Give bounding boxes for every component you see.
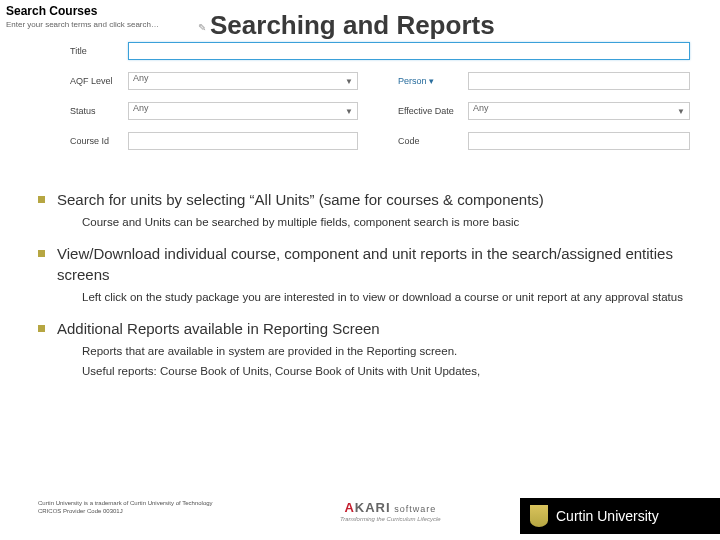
search-courses-title: Search Courses [6, 4, 206, 18]
status-value: Any [133, 103, 149, 113]
akari-logo: AKARI software Transforming the Curricul… [340, 500, 441, 522]
bullet-item: View/Download individual course, compone… [38, 244, 686, 305]
code-input[interactable] [468, 132, 690, 150]
akari-tagline: Transforming the Curriculum Lifecycle [340, 516, 441, 522]
status-label: Status [70, 106, 128, 116]
bullet-main-text: Search for units by selecting “All Units… [57, 190, 544, 210]
title-input[interactable] [128, 42, 690, 60]
search-form: Title AQF Level Any ▼ Person ▾ Status An… [70, 42, 690, 162]
bullet-sub-text: Left click on the study package you are … [82, 289, 686, 305]
bullet-icon [38, 250, 45, 257]
title-label: Title [70, 46, 128, 56]
aqf-label: AQF Level [70, 76, 128, 86]
chevron-down-icon: ▼ [345, 77, 353, 86]
pencil-icon: ✎ [198, 22, 206, 33]
bullet-main-text: Additional Reports available in Reportin… [57, 319, 380, 339]
bullet-icon [38, 325, 45, 332]
content-bullets: Search for units by selecting “All Units… [38, 190, 686, 393]
chevron-down-icon: ▼ [677, 107, 685, 116]
code-label: Code [398, 136, 468, 146]
effective-date-select[interactable]: Any ▼ [468, 102, 690, 120]
bullet-main-text: View/Download individual course, compone… [57, 244, 686, 285]
akari-software: software [391, 504, 437, 514]
search-courses-panel: Search Courses Enter your search terms a… [6, 4, 206, 29]
shield-icon [530, 505, 548, 527]
legal-text: Curtin University is a trademark of Curt… [38, 500, 213, 516]
chevron-down-icon: ▼ [345, 107, 353, 116]
bullet-sub-text: Useful reports: Course Book of Units, Co… [82, 363, 686, 379]
course-id-label: Course Id [70, 136, 128, 146]
effective-date-value: Any [473, 103, 489, 113]
bullet-item: Search for units by selecting “All Units… [38, 190, 686, 230]
aqf-select[interactable]: Any ▼ [128, 72, 358, 90]
akari-a: A [344, 500, 354, 515]
person-input[interactable] [468, 72, 690, 90]
person-label[interactable]: Person ▾ [398, 76, 468, 86]
effective-date-label: Effective Date [398, 106, 468, 116]
bullet-sub-text: Course and Units can be searched by mult… [82, 214, 686, 230]
search-courses-subtitle: Enter your search terms and click search… [6, 20, 206, 29]
page-title: Searching and Reports [210, 10, 495, 41]
bullet-item: Additional Reports available in Reportin… [38, 319, 686, 379]
footer: Curtin University is a trademark of Curt… [0, 488, 720, 534]
status-select[interactable]: Any ▼ [128, 102, 358, 120]
legal-line2: CRICOS Provider Code 00301J [38, 508, 213, 516]
bullet-sub-text: Reports that are available in system are… [82, 343, 686, 359]
akari-rest: KARI [355, 500, 391, 515]
curtin-logo-block: Curtin University [520, 498, 720, 534]
aqf-value: Any [133, 73, 149, 83]
bullet-icon [38, 196, 45, 203]
curtin-text: Curtin University [556, 508, 659, 524]
legal-line1: Curtin University is a trademark of Curt… [38, 500, 213, 508]
course-id-input[interactable] [128, 132, 358, 150]
